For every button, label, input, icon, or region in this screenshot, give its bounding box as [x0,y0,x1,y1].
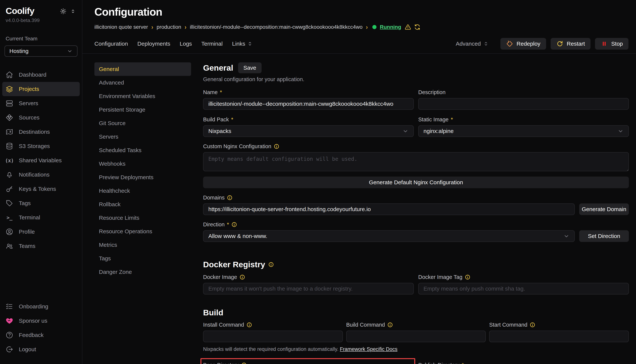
theme-chevrons-icon[interactable] [70,9,76,15]
subnav-item-servers[interactable]: Servers [94,130,191,144]
sidebar-item-teams[interactable]: Teams [2,239,80,253]
sidebar-item-label: Tags [19,200,31,206]
build-command-input[interactable] [346,330,486,342]
framework-docs-link[interactable]: Framework Specific Docs [340,346,397,352]
sidebar-item-label: Sponsor us [19,318,47,324]
generate-nginx-button[interactable]: Generate Default Nginx Configuration [203,176,629,188]
sidebar-item-label: Teams [19,243,35,249]
subnav-item-preview-deployments[interactable]: Preview Deployments [94,170,191,184]
static-image-field-group: Static Image* nginx:alpine [418,116,629,137]
subnav-item-general[interactable]: General [94,62,191,76]
build-pack-label: Build Pack* [203,116,414,123]
general-heading: General [203,63,233,72]
install-command-input[interactable] [203,330,343,342]
info-icon [274,144,279,149]
sidebar-item-sponsor[interactable]: Sponsor us [2,314,80,328]
subnav-item-metrics[interactable]: Metrics [94,238,191,252]
subnav-item-environment-variables[interactable]: Environment Variables [94,90,191,103]
breadcrumb-project[interactable]: illicitonion quote server [94,24,148,30]
sidebar-item-s3-storages[interactable]: S3 Storages [2,139,80,153]
sidebar-item-label: Keys & Tokens [19,186,56,192]
generate-domain-button[interactable]: Generate Domain [579,204,629,215]
direction-select[interactable]: Allow www & non-www. [203,230,575,242]
chevrons-up-down-icon [247,41,253,46]
restart-icon [556,40,563,47]
set-direction-button[interactable]: Set Direction [579,230,629,242]
sidebar-item-servers[interactable]: Servers [2,96,80,110]
home-icon [5,70,14,79]
domains-input[interactable] [203,204,575,215]
name-input[interactable] [203,98,414,110]
sidebar-item-projects[interactable]: Projects [2,82,80,96]
subnav-item-git-source[interactable]: Git Source [94,116,191,130]
description-label: Description [418,89,629,96]
sidebar-item-label: Servers [19,100,38,106]
info-icon [231,222,237,228]
sidebar-item-sources[interactable]: Sources [2,110,80,125]
refresh-icon[interactable] [414,24,421,30]
app-version: v4.0.0-beta.399 [0,16,82,23]
sidebar-item-label: Notifications [19,172,50,178]
checklist-icon [5,302,14,311]
restart-button[interactable]: Restart [551,38,591,50]
custom-nginx-textarea[interactable] [203,152,629,171]
users-icon [5,242,14,250]
advanced-menu[interactable]: Advanced [456,40,489,47]
domains-field-group: Domains [203,194,575,215]
info-icon [387,322,393,328]
sidebar-item-label: S3 Storages [19,143,50,149]
sidebar-item-profile[interactable]: Profile [2,225,80,239]
sidebar-item-feedback[interactable]: Feedback [2,328,80,342]
sidebar-item-tags[interactable]: Tags [2,196,80,210]
subnav-item-resource-limits[interactable]: Resource Limits [94,211,191,225]
team-select[interactable]: Hosting [5,46,78,57]
description-input[interactable] [418,98,629,110]
tab-links[interactable]: Links [232,40,253,47]
start-command-input[interactable] [489,330,629,342]
sidebar-item-notifications[interactable]: Notifications [2,168,80,182]
main-area: Configuration illicitonion quote server … [82,0,636,364]
base-directory-label: Base Directory [203,362,414,364]
custom-nginx-label: Custom Nginx Configuration [203,143,629,150]
subnav-item-healthcheck[interactable]: Healthcheck [94,184,191,198]
theme-sun-icon[interactable] [60,8,67,16]
redeploy-button[interactable]: Redeploy [500,38,546,50]
info-icon [268,262,274,268]
sidebar-item-destinations[interactable]: Destinations [2,125,80,139]
save-button[interactable]: Save [238,62,261,73]
docker-image-input[interactable] [203,283,414,294]
tab-deployments[interactable]: Deployments [137,40,170,47]
stop-button[interactable]: Stop [595,38,628,50]
subnav-item-scheduled-tasks[interactable]: Scheduled Tasks [94,144,191,157]
build-pack-select[interactable]: Nixpacks [203,125,414,137]
status-running-link[interactable]: Running [380,24,401,30]
install-command-field-group: Install Command [203,322,343,342]
subnav-item-rollback[interactable]: Rollback [94,198,191,211]
breadcrumb-application[interactable]: illicitestonion/-module--decomposition:m… [190,24,363,30]
subnav-item-webhooks[interactable]: Webhooks [94,157,191,170]
subnav-item-persistent-storage[interactable]: Persistent Storage [94,103,191,116]
tab-logs[interactable]: Logs [180,40,192,47]
subnav-item-tags[interactable]: Tags [94,252,191,265]
tab-terminal[interactable]: Terminal [201,40,223,47]
tab-configuration[interactable]: Configuration [94,40,128,47]
sidebar-item-logout[interactable]: Logout [2,342,80,356]
publish-directory-label: Publish Directory* [418,362,629,364]
tag-icon [5,199,14,207]
subnav-item-advanced[interactable]: Advanced [94,76,191,90]
stop-icon [601,40,608,47]
sidebar-item-dashboard[interactable]: Dashboard [2,68,80,82]
sidebar-item-onboarding[interactable]: Onboarding [2,300,80,314]
subnav-item-resource-operations[interactable]: Resource Operations [94,225,191,238]
info-icon [530,322,535,328]
subnav-item-danger-zone[interactable]: Danger Zone [94,265,191,279]
static-image-select[interactable]: nginx:alpine [418,125,629,137]
sidebar-item-terminal[interactable]: >_ Terminal [2,210,80,225]
git-source-icon [5,114,14,122]
sidebar-item-keys-tokens[interactable]: Keys & Tokens [2,182,80,196]
build-command-field-group: Build Command [346,322,486,342]
layers-icon [5,85,14,93]
breadcrumb-environment[interactable]: production [157,24,181,30]
docker-image-tag-input[interactable] [418,283,629,294]
sidebar-item-shared-variables[interactable]: (x) Shared Variables [2,153,80,168]
